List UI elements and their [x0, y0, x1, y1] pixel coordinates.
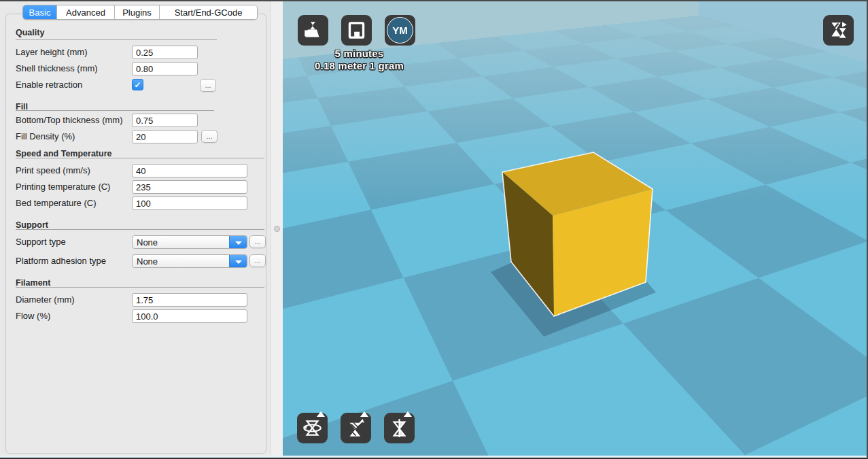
rotate-button[interactable] [297, 413, 328, 443]
enable-retraction-label: Enable retraction [16, 78, 82, 92]
support-type-select[interactable]: None [132, 235, 247, 249]
tab-start-end-gcode[interactable]: Start/End-GCode [159, 5, 257, 20]
share-youmagine-button[interactable]: YM [385, 15, 415, 46]
section-title-support: Support [16, 220, 48, 230]
chevron-down-icon [229, 236, 247, 249]
chevron-down-icon [229, 255, 247, 268]
platform-adhesion-select[interactable]: None [132, 254, 247, 268]
printing-temperature-label: Printing temperature (C) [16, 180, 110, 194]
platform-adhesion-value: None [137, 255, 158, 268]
window-top-edge [0, 0, 868, 1]
divider [16, 287, 264, 288]
fill-density-more-button[interactable]: ... [201, 130, 218, 143]
print-speed-input[interactable] [132, 164, 247, 177]
layer-height-input[interactable] [132, 46, 198, 59]
section-title-filament: Filament [16, 278, 50, 288]
divider [16, 39, 217, 40]
divider [16, 158, 264, 158]
enable-retraction-checkbox[interactable]: ✓ [132, 79, 143, 90]
filament-diameter-label: Diameter (mm) [16, 293, 75, 307]
shell-thickness-label: Shell thickness (mm) [16, 62, 98, 75]
divider [16, 229, 264, 230]
platform-adhesion-label: Platform adhesion type [16, 254, 106, 268]
settings-groupbox: Quality Layer height (mm) Shell thicknes… [5, 14, 266, 454]
expand-caret-icon [317, 411, 325, 417]
load-model-icon [303, 20, 323, 40]
filament-flow-label: Flow (%) [16, 309, 50, 323]
svg-text:YM: YM [392, 24, 408, 36]
support-type-value: None [137, 236, 158, 249]
retraction-more-button[interactable]: ... [200, 79, 216, 92]
save-toolpath-button[interactable] [341, 15, 372, 46]
check-icon: ✓ [134, 80, 141, 90]
save-toolpath-icon [347, 20, 366, 40]
filament-flow-input[interactable] [132, 309, 247, 323]
adhesion-more-button[interactable]: ... [249, 254, 266, 267]
print-stats: 5 minutes 0.18 meter 1 gram [279, 48, 439, 72]
load-model-button[interactable] [298, 15, 328, 46]
fill-density-input[interactable] [132, 130, 198, 143]
print-speed-label: Print speed (mm/s) [16, 164, 90, 177]
scale-icon [346, 418, 366, 438]
settings-tabs: Basic Advanced Plugins Start/End-GCode [22, 5, 258, 20]
view-mode-button[interactable] [823, 15, 854, 46]
fill-density-label: Fill Density (%) [16, 130, 75, 143]
tab-basic[interactable]: Basic [23, 5, 56, 20]
divider [16, 110, 214, 111]
bottom-top-thickness-label: Bottom/Top thickness (mm) [16, 114, 123, 127]
share-youmagine-icon: YM [385, 15, 415, 46]
settings-panel: Basic Advanced Plugins Start/End-GCode Q… [0, 0, 283, 459]
bed-temperature-label: Bed temperature (C) [16, 197, 97, 210]
scale-button[interactable] [341, 413, 371, 443]
filament-diameter-input[interactable] [132, 293, 247, 307]
section-title-speed-temp: Speed and Temperature [16, 149, 111, 158]
rotate-icon [302, 418, 322, 438]
printing-temperature-input[interactable] [132, 180, 247, 194]
expand-caret-icon [360, 411, 368, 417]
tab-advanced[interactable]: Advanced [56, 5, 114, 20]
support-more-button[interactable]: ... [249, 235, 266, 248]
bed-temperature-input[interactable] [132, 197, 247, 210]
print-material: 0.18 meter 1 gram [279, 60, 439, 72]
mirror-button[interactable] [384, 413, 415, 443]
view-mode-icon [829, 20, 848, 40]
print-time: 5 minutes [279, 48, 439, 60]
cura-window: Basic Advanced Plugins Start/End-GCode Q… [0, 0, 868, 459]
support-type-label: Support type [16, 235, 66, 249]
splitter-handle[interactable] [274, 226, 280, 232]
viewport-3d[interactable]: YM 5 minutes 0.18 meter 1 gram [283, 0, 868, 459]
bottom-top-thickness-input[interactable] [132, 114, 198, 127]
shell-thickness-input[interactable] [132, 62, 198, 75]
layer-height-label: Layer height (mm) [16, 46, 87, 59]
expand-caret-icon [404, 411, 412, 417]
section-title-quality: Quality [16, 28, 44, 37]
mirror-icon [389, 418, 409, 438]
tab-plugins[interactable]: Plugins [114, 5, 159, 20]
